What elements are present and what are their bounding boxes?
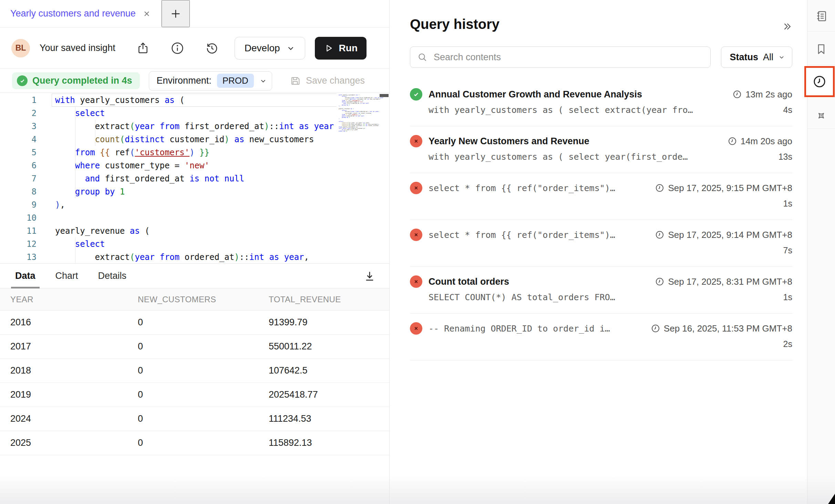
history-item[interactable]: select * from {{ ref("order_items")… Sep…: [410, 173, 792, 220]
app-window: Yearly customers and revenue BL Your sav…: [0, 0, 835, 504]
chevron-down-icon: [259, 77, 267, 85]
history-item-duration: 1s: [783, 199, 792, 209]
environment-selector[interactable]: Environment: PROD: [149, 71, 272, 91]
info-button[interactable]: [171, 41, 184, 55]
error-icon: [410, 322, 422, 335]
history-item[interactable]: Annual Customer Growth and Revenue Analy…: [410, 80, 792, 126]
rail-divider: [807, 65, 835, 65]
run-button[interactable]: Run: [315, 37, 367, 60]
history-item[interactable]: Count total orders Sep 17, 2025, 8:31 PM…: [410, 267, 792, 314]
clock-icon: [732, 90, 742, 99]
tab-data[interactable]: Data: [15, 264, 35, 288]
clock-icon: [655, 230, 664, 240]
line-number: 13: [0, 251, 52, 263]
line-number: 7: [0, 172, 52, 185]
table-row: 20180107642.5: [0, 359, 389, 383]
history-item-duration: 13s: [779, 152, 792, 162]
history-item[interactable]: Yearly New Customers and Revenue 14m 20s…: [410, 126, 792, 173]
history-item-time: Sep 17, 2025, 9:15 PM GMT+8: [655, 183, 792, 193]
code-line: 10: [0, 211, 389, 224]
history-item-query: with yearly_customers as ( select year(f…: [429, 152, 688, 162]
query-status-text: Query completed in 4s: [32, 75, 132, 86]
indent-guide: [75, 107, 75, 198]
minimap-content: with yearly_customers as ( select extrac…: [339, 94, 387, 132]
chevron-down-icon: [778, 54, 785, 61]
develop-label: Develop: [245, 43, 280, 54]
version-history-button[interactable]: [205, 41, 219, 55]
double-chevron-right-icon: [782, 21, 792, 32]
code-line: 5 from {{ ref('customers') }}: [0, 146, 389, 159]
history-item-duration: 2s: [783, 339, 792, 349]
search-box: [410, 46, 711, 68]
tab-details[interactable]: Details: [98, 264, 127, 288]
table-cell: 2025418.77: [269, 389, 389, 400]
code-line: 6 where customer_type = 'new': [0, 159, 389, 172]
results-tab-bar: Data Chart Details: [0, 264, 389, 288]
code-lines: 1with yearly_customers as (2 select3 ext…: [0, 94, 389, 263]
new-tab-button[interactable]: [162, 0, 190, 27]
tab-yearly-customers[interactable]: Yearly customers and revenue: [0, 0, 161, 27]
status-filter-value: All: [763, 52, 773, 63]
share-icon: [136, 41, 150, 55]
query-history-button-highlighted[interactable]: [804, 66, 835, 97]
line-number: 10: [0, 211, 52, 224]
share-button[interactable]: [136, 41, 150, 55]
status-bar: Query completed in 4s Environment: PROD …: [0, 69, 389, 93]
avatar: BL: [11, 39, 30, 57]
line-number: 5: [0, 146, 52, 159]
bookmark-button[interactable]: [807, 43, 835, 56]
status-filter-dropdown[interactable]: Status All: [721, 46, 792, 68]
history-item-duration: 1s: [783, 292, 792, 302]
bookmark-icon: [815, 43, 828, 56]
plus-icon: [170, 8, 182, 20]
line-number: 2: [0, 107, 52, 120]
table-cell: 2017: [10, 341, 138, 352]
collapse-panel-button[interactable]: [782, 21, 792, 32]
close-icon[interactable]: [143, 10, 151, 18]
column-header: TOTAL_REVENUE: [269, 295, 389, 304]
notebook-button[interactable]: [807, 10, 835, 23]
code-line: 2 select: [0, 107, 389, 120]
develop-button[interactable]: Develop: [235, 37, 305, 60]
error-icon: [410, 275, 422, 288]
error-icon: [410, 182, 422, 194]
search-input[interactable]: [434, 52, 703, 63]
code-line: 9),: [0, 198, 389, 211]
history-item[interactable]: -- Renaming ORDER_ID to order_id i… Sep …: [410, 314, 792, 360]
notebook-icon: [815, 10, 828, 23]
history-item-title: Yearly New Customers and Revenue: [429, 136, 589, 147]
history-item-query: select * from {{ ref("order_items")…: [429, 183, 615, 193]
history-item-time: 13m 2s ago: [732, 89, 792, 100]
table-row: 2016091399.79: [0, 311, 389, 335]
save-changes-button[interactable]: Save changes: [289, 75, 365, 87]
scrollbar-thumb[interactable]: [380, 94, 389, 97]
tab-chart[interactable]: Chart: [55, 264, 78, 288]
table-cell: 0: [138, 438, 269, 448]
code-line: 7 and first_ordered_at is not null: [0, 172, 389, 185]
line-number: 1: [0, 94, 52, 107]
rail-divider: [807, 31, 835, 32]
line-number: 3: [0, 120, 52, 133]
line-number: 9: [0, 198, 52, 211]
table-cell: 2016: [10, 317, 138, 328]
table-cell: 2018: [10, 365, 138, 376]
table-cell: 0: [138, 365, 269, 376]
table-cell: 2019: [10, 389, 138, 400]
play-icon: [324, 43, 333, 53]
line-number: 6: [0, 159, 52, 172]
column-header: YEAR: [10, 295, 138, 304]
table-cell: 0: [138, 389, 269, 400]
line-number: 4: [0, 133, 52, 146]
table-row: 20240111234.53: [0, 407, 389, 431]
download-icon: [363, 270, 376, 283]
download-button[interactable]: [363, 270, 376, 283]
history-item-query: -- Renaming ORDER_ID to order_id i…: [429, 324, 610, 334]
history-item[interactable]: select * from {{ ref("order_items")… Sep…: [410, 220, 792, 267]
success-icon: [410, 88, 422, 101]
explore-button[interactable]: [807, 109, 835, 123]
sql-code-editor[interactable]: 1with yearly_customers as (2 select3 ext…: [0, 93, 389, 263]
code-line: 3 extract(year from first_ordered_at)::i…: [0, 120, 389, 133]
table-header-row: YEARNEW_CUSTOMERSTOTAL_REVENUE: [0, 288, 389, 311]
document-header: BL Your saved insight: [0, 28, 389, 69]
code-minimap[interactable]: with yearly_customers as ( select extrac…: [337, 93, 389, 263]
